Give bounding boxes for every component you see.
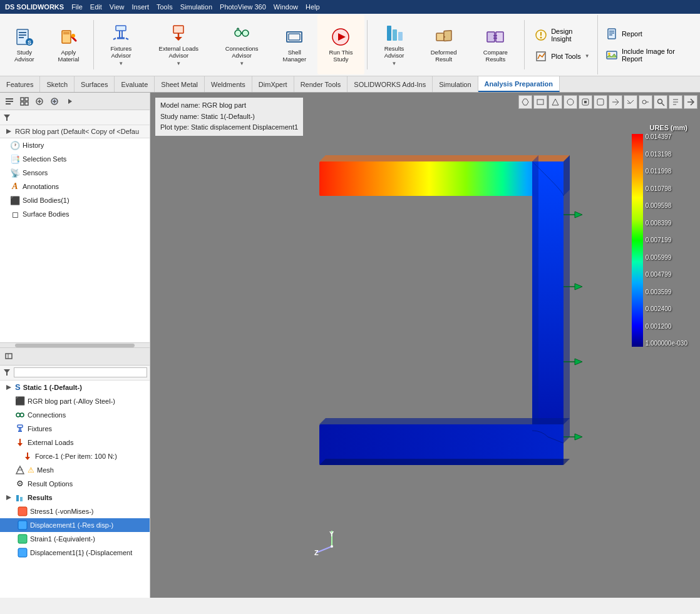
sidebar-btn-2[interactable] xyxy=(18,95,31,108)
sidebar-top-toolbar xyxy=(0,93,150,110)
sidebar-displacement1-1[interactable]: Displacement1{1} (-Displacement xyxy=(0,546,150,560)
menu-bar[interactable]: File Edit View Insert Tools Simulation P… xyxy=(71,3,319,11)
svg-rect-30 xyxy=(609,34,612,36)
legend-bar: 0.014397 0.013198 0.011998 0.010798 0.00… xyxy=(632,134,687,347)
compare-results-button[interactable]: Compare Results xyxy=(470,15,522,74)
tab-simulation[interactable]: Simulation xyxy=(433,76,478,92)
menu-insert[interactable]: Insert xyxy=(131,3,149,11)
canvas-btn-8[interactable] xyxy=(624,95,637,109)
external-loads-dropdown[interactable]: ▼ xyxy=(176,61,181,66)
include-image-label: Include Image for Report xyxy=(622,48,690,63)
sidebar-stress1[interactable]: Stress1 (-vonMises-) xyxy=(0,504,150,518)
svg-rect-21 xyxy=(444,30,451,41)
menu-view[interactable]: View xyxy=(110,3,125,11)
sidebar-history[interactable]: 🕐 History xyxy=(0,138,150,152)
sidebar-btn-3[interactable] xyxy=(33,95,46,108)
sidebar-btn-1[interactable] xyxy=(3,95,16,108)
tab-features[interactable]: Features xyxy=(0,76,40,92)
menu-photoview[interactable]: PhotoView 360 xyxy=(220,3,266,11)
results-advisor-button[interactable]: Results Advisor ▼ xyxy=(370,15,418,74)
svg-marker-61 xyxy=(552,99,558,105)
include-image-button[interactable]: Include Image for Report xyxy=(603,45,692,65)
tab-analysis-preparation[interactable]: Analysis Preparation xyxy=(478,76,560,92)
canvas-area[interactable]: Model name: RGR blog part Study name: St… xyxy=(150,93,700,598)
report-button[interactable]: Report xyxy=(603,25,692,43)
external-loads-icon xyxy=(168,23,188,43)
menu-help[interactable]: Help xyxy=(306,3,320,11)
design-insight-button[interactable]: Design Insight xyxy=(532,25,592,45)
main-area: RGR blog part (Default< Copy of <Defau 🕐… xyxy=(0,93,700,598)
sidebar-btn-4[interactable] xyxy=(48,95,61,108)
external-loads-button[interactable]: External Loads Advisor ▼ xyxy=(145,15,212,74)
sidebar-mesh[interactable]: ⚠ Mesh xyxy=(0,463,150,477)
canvas-btn-6[interactable] xyxy=(594,95,607,109)
study-advisor-icon: S xyxy=(14,27,34,47)
sidebar-tree-header[interactable]: RGR blog part (Default< Copy of <Defau xyxy=(0,125,150,138)
sim-toolbar-btn-1[interactable] xyxy=(3,349,16,363)
sidebar-selection-sets[interactable]: 📑 Selection Sets xyxy=(0,152,150,166)
tab-surfaces[interactable]: Surfaces xyxy=(75,76,115,92)
sidebar-fixtures[interactable]: Fixtures xyxy=(0,422,150,436)
svg-marker-43 xyxy=(4,115,10,121)
rgr-part-label: RGR blog part (-Alloy Steel-) xyxy=(28,397,115,405)
canvas-btn-1[interactable] xyxy=(518,95,532,109)
canvas-btn-9[interactable] xyxy=(639,95,652,109)
sidebar-displacement1[interactable]: Displacement1 (-Res disp-) xyxy=(0,518,150,532)
menu-tools[interactable]: Tools xyxy=(157,3,173,11)
svg-rect-10 xyxy=(173,26,183,33)
sidebar-result-options[interactable]: ⚙ Result Options xyxy=(0,477,150,491)
sidebar-sensors[interactable]: 📡 Sensors xyxy=(0,166,150,180)
sidebar-rgr-part[interactable]: ⬛ RGR blog part (-Alloy Steel-) xyxy=(0,394,150,408)
sidebar-surface-bodies[interactable]: ◻ Surface Bodies xyxy=(0,207,150,221)
axes-indicator: Z Y xyxy=(313,528,351,566)
tab-render-tools[interactable]: Render Tools xyxy=(294,76,348,92)
fixtures-advisor-dropdown[interactable]: ▼ xyxy=(118,61,123,66)
sim-search-input[interactable] xyxy=(14,367,147,377)
sidebar-strain1[interactable]: Strain1 (-Equivalent-) xyxy=(0,532,150,546)
menu-window[interactable]: Window xyxy=(274,3,298,11)
sidebar-solid-bodies[interactable]: ⬛ Solid Bodies(1) xyxy=(0,193,150,207)
plot-type-value: Static displacement Displacement1 xyxy=(191,123,298,131)
sidebar-external-loads[interactable]: External Loads xyxy=(0,436,150,449)
canvas-btn-11[interactable] xyxy=(684,95,697,109)
annotations-label: Annotations xyxy=(23,183,59,190)
canvas-btn-4[interactable] xyxy=(564,95,577,109)
tab-evaluate[interactable]: Evaluate xyxy=(115,76,155,92)
fixtures-advisor-button[interactable]: Fixtures Advisor ▼ xyxy=(96,15,145,74)
tab-sketch[interactable]: Sketch xyxy=(40,76,75,92)
canvas-btn-7[interactable] xyxy=(609,95,622,109)
tab-weldments[interactable]: Weldments xyxy=(205,76,252,92)
tab-solidworks-addins[interactable]: SOLIDWORKS Add-Ins xyxy=(347,76,433,92)
menu-edit[interactable]: Edit xyxy=(90,3,102,11)
plot-tools-button[interactable]: Plot Tools ▼ xyxy=(532,48,592,65)
menu-file[interactable]: File xyxy=(71,3,83,11)
canvas-btn-2[interactable] xyxy=(533,95,547,109)
plot-tools-dropdown-icon[interactable]: ▼ xyxy=(585,53,590,59)
sidebar-annotations[interactable]: A Annotations xyxy=(0,180,150,193)
run-study-button[interactable]: Run This Study xyxy=(317,15,365,74)
tab-sheet-metal[interactable]: Sheet Metal xyxy=(155,76,205,92)
deformed-result-button[interactable]: Deformed Result xyxy=(418,15,470,74)
sidebar-connections[interactable]: Connections xyxy=(0,408,150,422)
canvas-btn-5[interactable] xyxy=(579,95,592,109)
svg-rect-18 xyxy=(393,29,397,41)
sidebar-results[interactable]: Results xyxy=(0,491,150,504)
canvas-btn-search[interactable] xyxy=(654,95,667,109)
canvas-btn-10[interactable] xyxy=(669,95,682,109)
apply-material-button[interactable]: Apply Material xyxy=(46,15,91,74)
svg-rect-23 xyxy=(496,32,503,42)
connections-advisor-button[interactable]: Connections Advisor ▼ xyxy=(212,15,272,74)
results-advisor-dropdown[interactable]: ▼ xyxy=(392,61,397,66)
sidebar-static1[interactable]: S Static 1 (-Default-) xyxy=(0,381,150,394)
sidebar-expand-btn[interactable] xyxy=(63,95,76,108)
app-logo: DS SOLIDWORKS xyxy=(5,3,64,11)
tab-dimxpert[interactable]: DimXpert xyxy=(252,76,294,92)
external-loads-item-label: External Loads xyxy=(28,439,73,446)
connections-advisor-dropdown[interactable]: ▼ xyxy=(239,61,244,66)
menu-simulation[interactable]: Simulation xyxy=(180,3,212,11)
sidebar-force1[interactable]: Force-1 (:Per item: 100 N:) xyxy=(0,449,150,463)
study-advisor-button[interactable]: S Study Advisor xyxy=(3,15,46,74)
canvas-btn-3[interactable] xyxy=(548,95,562,109)
svg-point-8 xyxy=(71,34,75,38)
shell-manager-button[interactable]: Shell Manager xyxy=(272,15,317,74)
